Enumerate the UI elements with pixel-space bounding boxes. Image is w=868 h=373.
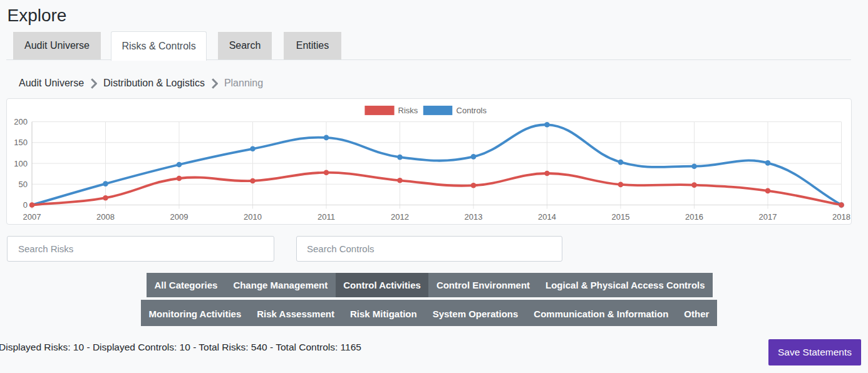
- svg-text:2014: 2014: [538, 212, 556, 222]
- svg-text:200: 200: [14, 117, 28, 126]
- svg-text:150: 150: [14, 138, 28, 147]
- svg-text:2015: 2015: [612, 212, 630, 222]
- svg-text:100: 100: [14, 159, 28, 168]
- svg-text:2011: 2011: [318, 212, 335, 222]
- svg-text:2008: 2008: [96, 212, 115, 222]
- svg-text:2013: 2013: [465, 212, 483, 222]
- svg-text:2007: 2007: [23, 212, 41, 222]
- svg-text:Controls: Controls: [457, 106, 487, 115]
- svg-text:Risks: Risks: [398, 106, 418, 115]
- svg-text:2010: 2010: [244, 212, 262, 222]
- svg-text:2009: 2009: [170, 212, 189, 222]
- svg-text:50: 50: [19, 180, 28, 189]
- svg-text:2016: 2016: [685, 212, 703, 222]
- svg-text:2012: 2012: [391, 212, 409, 222]
- svg-text:2017: 2017: [759, 212, 777, 222]
- svg-text:2018: 2018: [832, 212, 850, 222]
- svg-text:0: 0: [23, 200, 28, 210]
